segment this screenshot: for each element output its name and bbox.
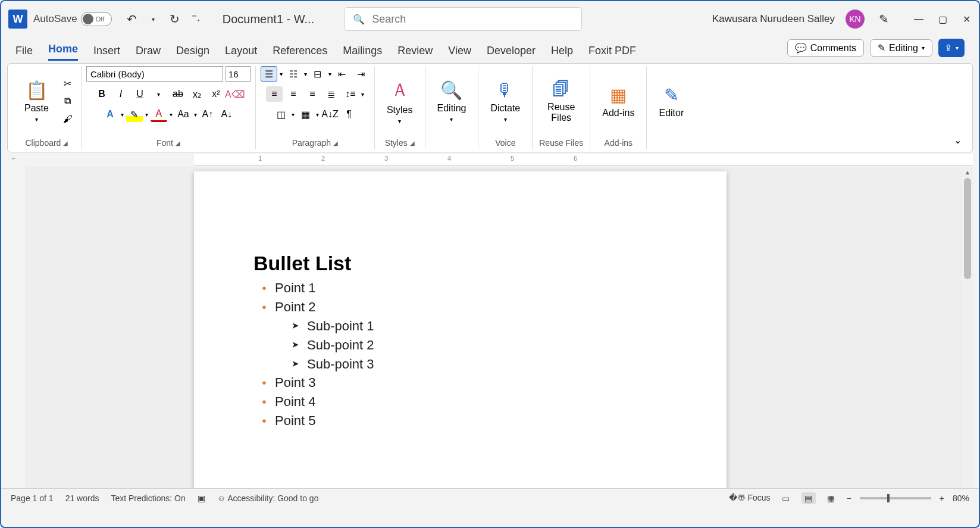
font-name-input[interactable] [86,66,223,82]
vertical-ruler[interactable] [7,167,25,488]
tab-review[interactable]: Review [397,45,433,61]
list-item[interactable]: Point 4 [275,392,672,411]
macro-indicator[interactable]: ▣ [198,493,205,503]
share-button[interactable]: ⇪ ▾ [938,39,965,57]
highlight-button[interactable]: ✎ [126,107,143,122]
change-case-button[interactable]: Aa [175,107,192,122]
editing-mode-button[interactable]: ✎ Editing ▾ [870,39,932,57]
page-info[interactable]: Page 1 of 1 [11,493,54,503]
redo-button[interactable]: ↻ [167,11,183,27]
tab-mailings[interactable]: Mailings [343,45,382,61]
search-box[interactable]: 🔍 [344,7,582,31]
scroll-thumb[interactable] [964,178,971,279]
grow-font-button[interactable]: A↑ [199,107,216,122]
numbering-button[interactable]: ☷ [285,66,302,82]
tab-file[interactable]: File [15,45,33,61]
sort-button[interactable]: A↓Z [321,107,338,122]
align-center-button[interactable]: ≡ [285,86,302,102]
list-item[interactable]: Point 5 [275,411,672,430]
bullet-list[interactable]: Point 1 Point 2 Sub-point 1 Sub-point 2 … [253,279,672,430]
tab-help[interactable]: Help [551,45,573,61]
styles-dialog-launcher[interactable]: ◢ [410,140,415,146]
editor-button[interactable]: ✎ Editor [652,81,691,122]
shrink-font-button[interactable]: A↓ [218,107,235,122]
list-item[interactable]: Point 3 [275,373,672,392]
underline-dropdown[interactable]: ▾ [151,86,167,102]
show-marks-button[interactable]: ¶ [340,107,357,122]
copy-button[interactable]: ⧉ [60,93,76,109]
zoom-out-button[interactable]: − [847,493,851,503]
font-dialog-launcher[interactable]: ◢ [176,140,180,146]
subscript-button[interactable]: x₂ [189,86,205,102]
zoom-slider[interactable] [860,497,931,499]
read-mode-button[interactable]: ▭ [779,492,793,504]
line-spacing-button[interactable]: ↕≡ [342,86,359,102]
minimize-button[interactable]: — [913,14,924,24]
focus-mode-button[interactable]: �〠 Focus [729,493,771,504]
underline-button[interactable]: U [131,86,148,102]
bold-button[interactable]: B [93,86,110,102]
shading-button[interactable]: ◫ [273,107,289,122]
tab-design[interactable]: Design [176,45,209,61]
format-painter-button[interactable]: 🖌 [60,111,76,127]
tab-draw[interactable]: Draw [136,45,161,61]
reuse-files-button[interactable]: 🗐 Reuse Files [537,76,585,127]
font-color-button[interactable]: A [151,107,167,122]
justify-button[interactable]: ≣ [323,86,340,102]
undo-dropdown[interactable]: ▾ [145,11,162,27]
italic-button[interactable]: I [112,86,129,102]
web-layout-button[interactable]: ▦ [824,492,838,504]
list-item[interactable]: Point 2 Sub-point 1 Sub-point 2 Sub-poin… [275,298,672,374]
user-avatar[interactable]: KN [846,10,865,29]
paste-button[interactable]: 📋 Paste ▾ [17,76,56,126]
document-page[interactable]: Bullet List Point 1 Point 2 Sub-point 1 … [194,171,727,488]
coming-soon-icon[interactable]: ✎ [875,11,892,27]
cut-button[interactable]: ✂ [60,76,76,91]
multilevel-list-button[interactable]: ⊟ [309,66,326,82]
paragraph-dialog-launcher[interactable]: ◢ [333,140,338,146]
comments-button[interactable]: 💬 Comments [787,39,864,57]
vertical-scrollbar[interactable]: ▲ [962,167,973,488]
clipboard-dialog-launcher[interactable]: ◢ [63,140,68,146]
close-button[interactable]: ✕ [961,14,972,24]
list-item[interactable]: Sub-point 1 [307,317,672,336]
customize-qat[interactable]: ⎺▾ [188,11,205,27]
dictate-button[interactable]: 🎙 Dictate ▾ [483,77,527,126]
align-left-button[interactable]: ≡ [266,86,283,102]
strikethrough-button[interactable]: ab [170,86,186,102]
print-layout-button[interactable]: ▤ [801,492,816,504]
superscript-button[interactable]: x² [208,86,224,102]
bullets-button[interactable]: ☰ [261,66,277,82]
clear-formatting-button[interactable]: A⌫ [227,86,243,102]
editing-dropdown[interactable]: 🔍 Editing ▾ [430,76,474,126]
undo-button[interactable]: ↶ [124,11,140,27]
decrease-indent-button[interactable]: ⇤ [334,66,350,82]
word-count[interactable]: 21 words [65,493,99,503]
scroll-up-arrow[interactable]: ▲ [965,169,970,176]
tab-view[interactable]: View [448,45,471,61]
align-right-button[interactable]: ≡ [304,86,321,102]
borders-button[interactable]: ▦ [297,107,314,122]
tab-layout[interactable]: Layout [225,45,257,61]
autosave-toggle[interactable]: AutoSave Off [33,12,112,26]
document-title[interactable]: Document1 - W... [223,13,315,26]
user-name[interactable]: Kawusara Nurudeen Salley [712,13,835,25]
font-size-input[interactable] [226,66,251,82]
list-item[interactable]: Sub-point 2 [307,336,672,355]
tab-insert[interactable]: Insert [93,45,120,61]
zoom-level[interactable]: 80% [953,493,969,503]
list-item[interactable]: Sub-point 3 [307,355,672,374]
tab-home[interactable]: Home [48,43,78,61]
list-item[interactable]: Point 1 [275,279,672,298]
text-predictions[interactable]: Text Predictions: On [111,493,185,503]
maximize-button[interactable]: ▢ [937,14,948,24]
tab-references[interactable]: References [273,45,327,61]
sub-bullet-list[interactable]: Sub-point 1 Sub-point 2 Sub-point 3 [275,317,672,374]
search-input[interactable] [372,13,573,26]
ribbon-collapse-button[interactable]: ⌄ [954,135,962,146]
zoom-in-button[interactable]: + [940,493,944,503]
accessibility-status[interactable]: ☺ Accessibility: Good to go [217,493,319,503]
increase-indent-button[interactable]: ⇥ [353,66,370,82]
text-effects-button[interactable]: A [102,107,118,122]
autosave-switch[interactable]: Off [81,12,112,26]
